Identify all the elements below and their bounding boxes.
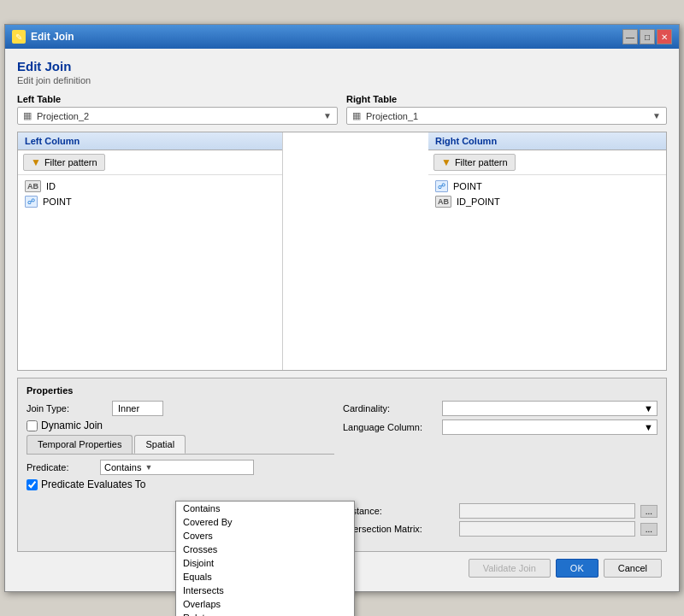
dynamic-join-row: Dynamic Join xyxy=(27,419,334,431)
list-item: AB ID_POINT xyxy=(435,194,659,209)
join-type-row: Join Type: Inner xyxy=(27,401,334,416)
right-filter-label: Filter pattern xyxy=(455,157,508,167)
ab-icon: AB xyxy=(435,196,451,208)
point-icon: ☍ xyxy=(435,180,448,192)
distance-row: Distance: ... xyxy=(343,503,657,519)
properties-section: Properties Join Type: Inner Dynamic Join… xyxy=(17,378,667,552)
lang-col-select[interactable]: ▼ xyxy=(442,419,657,435)
cardinality-select[interactable]: ▼ xyxy=(442,401,657,416)
col-name-point: POINT xyxy=(43,197,72,207)
left-column-header: Left Column xyxy=(18,132,282,150)
join-type-label: Join Type: xyxy=(27,403,112,414)
cancel-button[interactable]: Cancel xyxy=(604,559,662,578)
predicate-eval-checkbox[interactable] xyxy=(27,479,38,490)
dropdown-item-overlaps[interactable]: Overlaps xyxy=(176,597,354,611)
distance-label: Distance: xyxy=(343,506,454,516)
close-button[interactable]: ✕ xyxy=(657,29,672,44)
left-filter-button[interactable]: ▼ Filter pattern xyxy=(23,154,105,171)
props-left: Join Type: Inner Dynamic Join Temporal P… xyxy=(27,401,334,494)
ab-icon: AB xyxy=(25,180,41,192)
distance-intersection-area: Distance: ... Intersection Matrix: ... xyxy=(343,503,657,537)
tab-spatial[interactable]: Spatial xyxy=(134,435,186,454)
left-column-items: AB ID ☍ POINT xyxy=(18,175,282,213)
left-filter-icon: ▼ xyxy=(31,156,41,168)
predicate-dropdown: Contains Covered By Covers Crosses Disjo… xyxy=(175,501,355,616)
left-table-icon: ▦ xyxy=(23,110,32,121)
title-bar-left: ✎ Edit Join xyxy=(12,30,74,44)
dropdown-item-intersects[interactable]: Intersects xyxy=(176,584,354,597)
dropdown-item-covers[interactable]: Covers xyxy=(176,529,354,543)
cardinality-row: Cardinality: ▼ xyxy=(343,401,657,416)
predicate-label: Predicate: xyxy=(27,462,95,472)
validate-join-button[interactable]: Validate Join xyxy=(469,559,551,578)
list-item: ☍ POINT xyxy=(25,194,275,209)
columns-section: Left Column ▼ Filter pattern AB ID ☍ POI… xyxy=(17,132,667,371)
distance-browse-button[interactable]: ... xyxy=(640,505,657,518)
intersection-browse-button[interactable]: ... xyxy=(640,523,657,536)
ok-button[interactable]: OK xyxy=(556,559,598,578)
left-table-value: Projection_2 xyxy=(37,111,318,121)
left-filter-label: Filter pattern xyxy=(44,157,97,167)
left-table-select[interactable]: ▦ Projection_2 ▼ xyxy=(17,107,338,125)
predicate-eval-label: Predicate Evaluates To xyxy=(41,478,146,490)
left-table-label: Left Table xyxy=(17,94,338,104)
right-table-label: Right Table xyxy=(346,94,667,104)
window-body: Edit Join Edit join definition Left Tabl… xyxy=(5,49,679,591)
dropdown-item-covered-by[interactable]: Covered By xyxy=(176,515,354,529)
lang-col-arrow-icon: ▼ xyxy=(644,422,653,432)
cardinality-label: Cardinality: xyxy=(343,403,437,414)
right-table-group: Right Table ▦ Projection_1 ▼ xyxy=(346,94,667,125)
maximize-button[interactable]: □ xyxy=(640,29,655,44)
window-icon: ✎ xyxy=(12,30,26,44)
distance-input[interactable] xyxy=(459,503,635,519)
right-column-header: Right Column xyxy=(428,132,666,150)
right-table-arrow-icon: ▼ xyxy=(652,111,661,120)
window-title: Edit Join xyxy=(31,31,74,43)
intersection-row: Intersection Matrix: ... xyxy=(343,521,657,537)
col-name-id: ID xyxy=(46,181,56,191)
right-filter-button[interactable]: ▼ Filter pattern xyxy=(433,154,516,171)
dropdown-item-crosses[interactable]: Crosses xyxy=(176,543,354,556)
point-icon: ☍ xyxy=(25,196,38,208)
right-column-items: ☍ POINT AB ID_POINT xyxy=(428,175,666,213)
properties-title: Properties xyxy=(27,385,657,396)
right-table-select[interactable]: ▦ Projection_1 ▼ xyxy=(346,107,667,125)
right-table-icon: ▦ xyxy=(352,110,361,121)
dropdown-item-contains[interactable]: Contains xyxy=(176,502,354,515)
tab-temporal[interactable]: Temporal Properties xyxy=(27,435,133,454)
right-column-panel: Right Column ▼ Filter pattern ☍ POINT AB… xyxy=(428,132,666,370)
dropdown-item-equals[interactable]: Equals xyxy=(176,570,354,584)
dynamic-join-checkbox[interactable] xyxy=(27,420,38,431)
predicate-eval-row: Predicate Evaluates To xyxy=(27,478,334,490)
tables-row: Left Table ▦ Projection_2 ▼ Right Table … xyxy=(17,94,667,125)
predicate-container: Predicate: Contains ▼ Contains Covered B… xyxy=(27,460,334,490)
left-table-arrow-icon: ▼ xyxy=(323,111,332,120)
intersection-label: Intersection Matrix: xyxy=(343,524,454,534)
join-type-value: Inner xyxy=(112,401,163,416)
list-item: AB ID xyxy=(25,179,275,194)
minimize-button[interactable]: — xyxy=(622,29,638,44)
intersection-input[interactable] xyxy=(459,521,635,537)
props-content-row: Join Type: Inner Dynamic Join Temporal P… xyxy=(27,401,657,539)
dropdown-item-disjoint[interactable]: Disjoint xyxy=(176,556,354,570)
props-right: Cardinality: ▼ Language Column: ▼ xyxy=(343,401,657,539)
cardinality-arrow-icon: ▼ xyxy=(644,403,653,414)
col-name-id-point: ID_POINT xyxy=(457,197,500,207)
left-column-panel: Left Column ▼ Filter pattern AB ID ☍ POI… xyxy=(18,132,283,370)
title-bar: ✎ Edit Join — □ ✕ xyxy=(5,25,679,49)
right-filter-bar: ▼ Filter pattern xyxy=(428,150,666,175)
dynamic-join-label: Dynamic Join xyxy=(41,419,103,431)
page-title: Edit Join xyxy=(17,59,667,73)
predicate-value: Contains xyxy=(104,462,141,472)
predicate-row: Predicate: Contains ▼ xyxy=(27,460,334,475)
left-table-group: Left Table ▦ Projection_2 ▼ xyxy=(17,94,338,125)
left-filter-bar: ▼ Filter pattern xyxy=(18,150,282,175)
right-table-value: Projection_1 xyxy=(366,111,647,121)
predicate-select[interactable]: Contains ▼ xyxy=(100,460,254,475)
page-subtitle: Edit join definition xyxy=(17,75,667,85)
list-item: ☍ POINT xyxy=(435,179,659,194)
tabs-bar: Temporal Properties Spatial xyxy=(27,435,334,455)
col-name-point-r: POINT xyxy=(453,181,482,191)
right-filter-icon: ▼ xyxy=(441,156,451,168)
dropdown-item-relate[interactable]: Relate xyxy=(176,611,354,616)
